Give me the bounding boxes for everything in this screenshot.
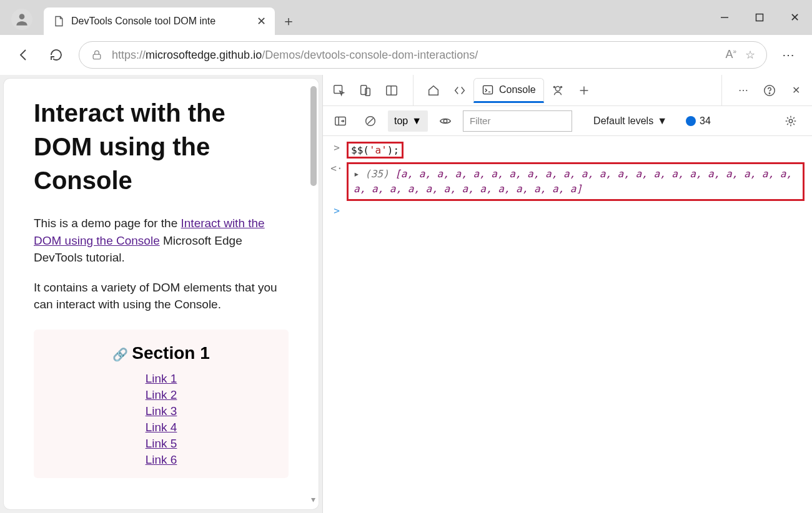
svg-point-22 (789, 119, 793, 123)
output-marker-icon: <· (330, 162, 343, 174)
browser-toolbar: https://microsoftedge.github.io/Demos/de… (0, 35, 812, 75)
console-input-highlight: $$('a'); (347, 142, 404, 159)
devtools-tabbar: Console ⋯ ✕ (323, 75, 812, 106)
profile-button[interactable] (11, 9, 32, 30)
new-tab-button[interactable]: ＋ (275, 7, 302, 35)
help-button[interactable] (757, 78, 782, 103)
console-tab[interactable]: Console (473, 78, 544, 103)
page-icon (52, 15, 65, 27)
lock-icon (91, 49, 103, 61)
svg-point-21 (443, 119, 447, 123)
devtools-menu-button[interactable]: ⋯ (731, 78, 756, 103)
browser-tab[interactable]: DevTools Console tool DOM inte ✕ (44, 7, 275, 35)
browser-titlebar: DevTools Console tool DOM inte ✕ ＋ ✕ (0, 0, 812, 35)
maximize-button[interactable] (742, 0, 777, 35)
close-devtools-button[interactable]: ✕ (783, 78, 808, 103)
toggle-sidebar-button[interactable] (328, 109, 353, 134)
page-scrollbar[interactable]: ▾ (309, 82, 317, 506)
window-controls: ✕ (707, 0, 812, 35)
inspect-element-button[interactable] (327, 78, 352, 103)
section-link[interactable]: Link 2 (146, 388, 177, 402)
address-bar[interactable]: https://microsoftedge.github.io/Demos/de… (79, 41, 767, 69)
section-card: 🔗Section 1 Link 1 Link 2 Link 3 Link 4 L… (34, 330, 289, 478)
section-link[interactable]: Link 3 (146, 404, 177, 418)
minimize-button[interactable] (707, 0, 742, 35)
result-array: [a, a, a, a, a, a, a, a, a, a, a, a, a, … (354, 168, 792, 195)
console-result-highlight: ▸(35) [a, a, a, a, a, a, a, a, a, a, a, … (347, 162, 805, 201)
elements-tab[interactable] (447, 78, 472, 103)
console-settings-button[interactable] (778, 109, 803, 134)
back-button[interactable] (10, 41, 37, 69)
svg-point-10 (555, 86, 560, 90)
section-link[interactable]: Link 5 (146, 437, 177, 451)
tab-title: DevTools Console tool DOM inte (71, 16, 250, 27)
svg-point-12 (553, 86, 555, 87)
clear-console-button[interactable] (358, 109, 383, 134)
section-link[interactable]: Link 4 (146, 421, 177, 434)
devtools-panel: Console ⋯ ✕ top▼ Filter Default levels▼ … (322, 75, 812, 513)
anchor-icon: 🔗 (112, 348, 128, 361)
favorite-button[interactable]: ☆ (745, 48, 755, 62)
log-levels-selector[interactable]: Default levels▼ (593, 115, 667, 127)
issues-dot-icon (686, 116, 696, 126)
svg-rect-7 (387, 86, 397, 95)
read-aloud-button[interactable]: A» (725, 48, 736, 62)
console-toolbar: top▼ Filter Default levels▼ 34 (323, 106, 812, 136)
sources-tab[interactable] (545, 78, 570, 103)
svg-rect-4 (334, 85, 342, 93)
section-link[interactable]: Link 1 (146, 372, 177, 386)
console-tab-label: Console (499, 84, 536, 95)
live-expression-button[interactable] (433, 109, 458, 134)
dock-side-button[interactable] (379, 78, 404, 103)
expand-icon[interactable]: ▸ (354, 167, 361, 182)
svg-rect-2 (756, 14, 763, 21)
device-emulation-button[interactable] (353, 78, 378, 103)
section-link[interactable]: Link 6 (146, 453, 177, 467)
svg-rect-9 (483, 86, 493, 94)
svg-line-20 (367, 118, 373, 124)
browser-menu-button[interactable]: ⋯ (776, 47, 802, 62)
page-intro: This is a demo page for the Interact wit… (34, 215, 289, 266)
more-tabs-button[interactable] (572, 78, 597, 103)
page-paragraph: It contains a variety of DOM elements th… (34, 279, 289, 313)
filter-input[interactable]: Filter (463, 110, 572, 132)
welcome-tab[interactable] (421, 78, 446, 103)
svg-point-0 (19, 14, 25, 19)
issues-counter[interactable]: 34 (686, 115, 711, 127)
page-heading: Interact with the DOM using the Console (34, 96, 289, 197)
url-text: https://microsoftedge.github.io/Demos/de… (112, 49, 716, 62)
svg-rect-3 (93, 54, 101, 59)
execution-context-selector[interactable]: top▼ (388, 110, 428, 132)
prompt-marker-icon: > (330, 205, 343, 217)
refresh-button[interactable] (42, 41, 70, 69)
close-window-button[interactable]: ✕ (777, 0, 812, 35)
result-count: (35) (365, 168, 389, 180)
tab-close-button[interactable]: ✕ (257, 14, 266, 28)
input-marker-icon: > (330, 142, 343, 154)
page-viewport: Interact with the DOM using the Console … (0, 75, 322, 513)
svg-point-16 (769, 92, 770, 93)
console-output[interactable]: > $$('a'); <· ▸(35) [a, a, a, a, a, a, a… (323, 136, 812, 513)
svg-point-11 (560, 86, 562, 87)
section-heading: 🔗Section 1 (46, 343, 276, 363)
